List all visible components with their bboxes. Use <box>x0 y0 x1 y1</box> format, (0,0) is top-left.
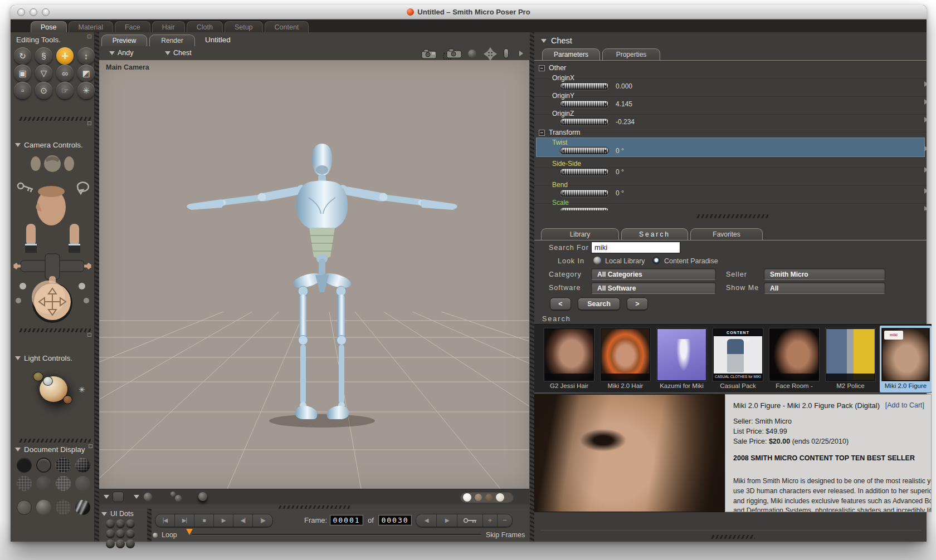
light-2-handle[interactable] <box>43 376 53 386</box>
search-input[interactable] <box>591 242 680 253</box>
tracking-box-dot[interactable] <box>475 494 482 501</box>
horizontal-scrollbar[interactable] <box>710 535 755 539</box>
tab-search[interactable]: Search <box>621 228 688 240</box>
scale-tool-button[interactable]: ▣ <box>14 65 31 82</box>
morphing-tool-button[interactable]: ▫ <box>14 82 31 99</box>
param-options-arrow[interactable] <box>924 117 927 122</box>
camera-dolly-capsule[interactable] <box>504 48 509 58</box>
side-side-dial[interactable] <box>560 168 609 175</box>
tab-favorites[interactable]: Favorites <box>690 228 763 240</box>
param-label-scale[interactable]: Scale <box>552 199 569 207</box>
ground-shadow-sphere-icon[interactable] <box>198 492 207 501</box>
chain-break-tool-button[interactable]: ∞ <box>56 65 74 82</box>
camera-controls-cluster[interactable] <box>11 151 95 324</box>
tab-pose[interactable]: Pose <box>31 21 67 32</box>
result-item[interactable]: Kazumi for Miki <box>655 326 709 392</box>
grouping-tool-button[interactable]: ☞ <box>56 82 74 99</box>
ui-dot-7[interactable] <box>106 539 115 548</box>
ui-dot-5[interactable] <box>116 529 125 538</box>
result-item[interactable]: Miki 2.0 Hair <box>598 326 652 392</box>
display-smooth-lined-button[interactable] <box>56 500 71 515</box>
panel-resize-handle[interactable] <box>696 214 768 218</box>
param-label-originx[interactable]: OriginX <box>552 74 574 82</box>
display-texture-shaded-button[interactable] <box>75 500 90 515</box>
section-resize-handle[interactable] <box>18 328 91 332</box>
translate-tool-button[interactable]: ✛ <box>56 47 74 65</box>
param-options-arrow[interactable] <box>924 188 927 194</box>
param-label-originy[interactable]: OriginY <box>552 92 574 100</box>
tab-face[interactable]: Face <box>115 21 150 32</box>
result-item[interactable]: Face Room - <box>767 326 821 392</box>
collapse-triangle-icon[interactable] <box>15 143 21 147</box>
content-paradise-label[interactable]: Content Paradise <box>664 257 718 265</box>
originz-dial[interactable] <box>560 118 609 125</box>
originz-value[interactable]: -0.234 <box>616 118 635 126</box>
zoom-window-button[interactable] <box>42 8 50 16</box>
param-options-arrow[interactable] <box>924 146 927 151</box>
step-forward-button[interactable]: |▶ <box>253 514 272 527</box>
posing-camera-button[interactable] <box>442 48 462 60</box>
tab-preview[interactable]: Preview <box>101 35 147 46</box>
ui-dot-9[interactable] <box>126 539 135 548</box>
collapse-triangle-icon[interactable] <box>15 448 21 451</box>
view-magnifier-tool-button[interactable]: ✳ <box>77 82 95 99</box>
param-label-originz[interactable]: OriginZ <box>552 110 574 117</box>
originy-dial[interactable] <box>560 100 609 107</box>
parameters-target-header[interactable]: Chest <box>541 36 572 45</box>
sun-icon[interactable]: ✳ <box>79 385 85 394</box>
display-flat-shaded-button[interactable] <box>75 476 90 491</box>
taper-tool-button[interactable]: ▽ <box>35 65 52 82</box>
result-item[interactable]: G2 Jessi Hair <box>542 326 596 392</box>
display-lit-wireframe-button[interactable] <box>36 476 51 491</box>
close-window-button[interactable] <box>17 8 25 16</box>
tab-properties[interactable]: Properties <box>602 48 660 60</box>
next-results-button[interactable]: > <box>627 298 648 310</box>
param-options-arrow[interactable] <box>924 81 927 87</box>
tracking-dot[interactable] <box>496 493 504 502</box>
content-paradise-radio[interactable] <box>652 257 660 264</box>
actor-menu[interactable]: Andy <box>109 49 134 57</box>
section-resize-handle[interactable] <box>18 439 91 443</box>
result-thumbnail[interactable] <box>826 328 875 381</box>
trackball-mini-icon[interactable] <box>468 50 476 58</box>
tab-material[interactable]: Material <box>69 21 113 32</box>
multi-sphere-icon[interactable] <box>170 492 176 497</box>
andy-figure[interactable] <box>187 144 457 419</box>
timeline-track[interactable] <box>192 534 481 536</box>
result-thumbnail[interactable] <box>601 328 650 381</box>
show-me-select[interactable]: All <box>764 282 885 294</box>
ui-dot-4[interactable] <box>106 529 115 538</box>
depth-cue-menu-icon[interactable] <box>104 495 109 499</box>
light-3-handle[interactable] <box>63 395 72 404</box>
ui-dot-1[interactable] <box>106 519 115 528</box>
first-frame-button[interactable]: |◀ <box>155 514 175 527</box>
param-options-arrow[interactable] <box>924 99 927 105</box>
category-select[interactable]: All Categories <box>591 268 716 280</box>
result-thumbnail[interactable] <box>657 328 706 381</box>
current-frame-field[interactable]: 00001 <box>330 515 363 525</box>
tracking-fast-dot[interactable] <box>485 494 493 501</box>
twist-value[interactable]: 0 ° <box>616 147 624 155</box>
tab-hair[interactable]: Hair <box>152 21 185 32</box>
tab-parameters[interactable]: Parameters <box>542 48 600 60</box>
originy-value[interactable]: 4.145 <box>616 100 632 108</box>
panel-divider[interactable] <box>530 32 534 542</box>
search-button[interactable]: Search <box>578 298 620 310</box>
shadow-sphere-icon[interactable] <box>144 493 152 501</box>
bend-dial[interactable] <box>560 189 609 197</box>
trackball-icon[interactable] <box>32 281 72 323</box>
background-swatch-button[interactable] <box>113 492 124 502</box>
software-select[interactable]: All Software <box>591 282 716 294</box>
result-item[interactable]: M2 Police <box>823 326 878 392</box>
product-image[interactable] <box>534 394 725 512</box>
display-smooth-shaded-button[interactable] <box>36 500 51 515</box>
delete-keyframe-button[interactable]: − <box>498 514 512 527</box>
camera-name-label[interactable]: Main Camera <box>106 63 149 71</box>
result-thumbnail[interactable] <box>769 328 819 381</box>
total-frames-field[interactable]: 00030 <box>378 515 412 525</box>
rotate-tool-button[interactable]: ↻ <box>14 47 31 65</box>
collapse-group-icon[interactable] <box>539 130 545 136</box>
twist-tool-button[interactable]: § <box>35 47 52 65</box>
section-resize-handle[interactable] <box>18 117 91 121</box>
tab-library[interactable]: Library <box>541 228 619 240</box>
